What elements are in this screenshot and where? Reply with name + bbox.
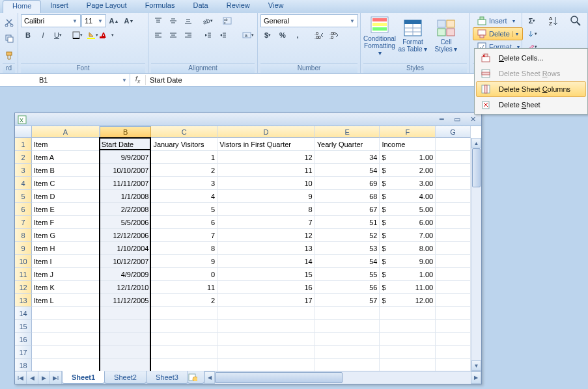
increase-indent-icon[interactable] bbox=[216, 29, 230, 42]
bold-button[interactable]: B bbox=[21, 29, 35, 42]
data-cell[interactable]: 17 bbox=[217, 294, 315, 307]
row-header-9[interactable]: 9 bbox=[15, 242, 32, 255]
data-cell[interactable] bbox=[380, 307, 436, 320]
data-cell[interactable]: Item F bbox=[32, 216, 100, 229]
data-cell[interactable] bbox=[32, 307, 100, 320]
data-cell[interactable] bbox=[436, 151, 471, 164]
data-cell[interactable]: 1/10/2004 bbox=[100, 242, 152, 255]
data-cell[interactable]: 54 bbox=[315, 255, 380, 268]
data-cell[interactable]: $12.00 bbox=[380, 294, 436, 307]
font-color-button[interactable]: A▾ bbox=[100, 29, 115, 42]
data-cell[interactable] bbox=[436, 255, 471, 268]
data-cell[interactable]: 9/9/2007 bbox=[100, 151, 152, 164]
header-cell[interactable]: Item bbox=[32, 138, 100, 151]
data-cell[interactable]: $7.00 bbox=[380, 229, 436, 242]
last-sheet-button[interactable]: ▶I bbox=[50, 371, 62, 384]
column-header-E[interactable]: E bbox=[315, 126, 380, 138]
ribbon-tab-data[interactable]: Data bbox=[184, 0, 217, 13]
data-cell[interactable]: 10/10/2007 bbox=[100, 164, 152, 177]
data-cell[interactable]: 57 bbox=[315, 294, 380, 307]
row-header-11[interactable]: 11 bbox=[15, 268, 32, 281]
find-select-icon[interactable] bbox=[566, 14, 585, 27]
data-cell[interactable] bbox=[380, 359, 436, 371]
data-cell[interactable]: $1.00 bbox=[380, 268, 436, 281]
data-cell[interactable]: 54 bbox=[315, 164, 380, 177]
column-header-G[interactable]: G bbox=[436, 126, 471, 138]
ribbon-tab-home[interactable]: Home bbox=[3, 0, 41, 13]
row-header-14[interactable]: 14 bbox=[15, 307, 32, 320]
delete-cells-button[interactable]: Delete▾ bbox=[473, 27, 523, 40]
vscroll-thumb[interactable] bbox=[472, 148, 481, 187]
data-cell[interactable] bbox=[217, 359, 315, 371]
vertical-scrollbar[interactable]: ▲ ▼ bbox=[471, 138, 481, 371]
fill-icon[interactable]: ▾ bbox=[525, 27, 539, 40]
data-cell[interactable]: 2 bbox=[151, 164, 217, 177]
data-cell[interactable] bbox=[151, 359, 217, 371]
data-cell[interactable]: Item J bbox=[32, 268, 100, 281]
increase-decimal-icon[interactable]: .0.00 bbox=[313, 29, 327, 42]
data-cell[interactable]: 2/2/2008 bbox=[100, 203, 152, 216]
font-name-select[interactable]: Calibri▼ bbox=[21, 14, 81, 27]
align-top-icon[interactable] bbox=[151, 14, 165, 27]
column-header-A[interactable]: A bbox=[32, 126, 100, 138]
row-header-7[interactable]: 7 bbox=[15, 216, 32, 229]
header-cell[interactable] bbox=[436, 138, 471, 151]
cut-icon[interactable] bbox=[2, 16, 16, 29]
align-bottom-icon[interactable] bbox=[181, 14, 195, 27]
data-cell[interactable] bbox=[380, 333, 436, 346]
row-header-13[interactable]: 13 bbox=[15, 294, 32, 307]
data-cell[interactable]: 10/12/2007 bbox=[100, 255, 152, 268]
data-cell[interactable]: 34 bbox=[315, 151, 380, 164]
sheet-tab-sheet1[interactable]: Sheet1 bbox=[62, 371, 105, 384]
data-cell[interactable] bbox=[100, 320, 152, 333]
data-cell[interactable]: 69 bbox=[315, 177, 380, 190]
percent-format-icon[interactable]: % bbox=[275, 29, 290, 42]
close-button[interactable]: ✕ bbox=[467, 115, 479, 124]
data-cell[interactable]: 8 bbox=[217, 203, 315, 216]
data-cell[interactable]: Item H bbox=[32, 242, 100, 255]
data-cell[interactable] bbox=[32, 359, 100, 371]
data-cell[interactable]: $5.00 bbox=[380, 203, 436, 216]
row-header-4[interactable]: 4 bbox=[15, 177, 32, 190]
data-cell[interactable]: 6 bbox=[151, 216, 217, 229]
data-cell[interactable] bbox=[436, 294, 471, 307]
sort-filter-icon[interactable]: AZ bbox=[546, 14, 565, 27]
header-cell[interactable]: Start Date bbox=[100, 138, 152, 151]
select-all-corner[interactable] bbox=[15, 126, 32, 138]
row-header-12[interactable]: 12 bbox=[15, 281, 32, 294]
data-cell[interactable] bbox=[436, 164, 471, 177]
data-cell[interactable]: 11 bbox=[217, 164, 315, 177]
data-cell[interactable] bbox=[217, 320, 315, 333]
number-format-select[interactable]: General▼ bbox=[260, 14, 358, 27]
data-cell[interactable]: $4.00 bbox=[380, 190, 436, 203]
row-header-17[interactable]: 17 bbox=[15, 346, 32, 359]
row-header-18[interactable]: 18 bbox=[15, 359, 32, 371]
data-cell[interactable] bbox=[315, 307, 380, 320]
data-cell[interactable] bbox=[436, 346, 471, 359]
insert-cells-button[interactable]: Insert▾ bbox=[473, 14, 520, 27]
data-cell[interactable]: 15 bbox=[217, 268, 315, 281]
data-cell[interactable]: 0 bbox=[151, 268, 217, 281]
data-cell[interactable] bbox=[100, 333, 152, 346]
first-sheet-button[interactable]: I◀ bbox=[15, 371, 27, 384]
data-cell[interactable]: 7 bbox=[217, 216, 315, 229]
data-cell[interactable] bbox=[217, 333, 315, 346]
ribbon-tab-page-layout[interactable]: Page Layout bbox=[77, 0, 136, 13]
header-cell[interactable]: Vistors in First Quarter bbox=[217, 138, 315, 151]
scroll-left-button[interactable]: ◀ bbox=[204, 371, 215, 384]
data-cell[interactable]: 4 bbox=[151, 190, 217, 203]
next-sheet-button[interactable]: ▶ bbox=[38, 371, 50, 384]
menu-item-delete-cells[interactable]: Delete Cells... bbox=[476, 50, 586, 66]
data-cell[interactable]: Item B bbox=[32, 164, 100, 177]
data-cell[interactable]: 16 bbox=[217, 281, 315, 294]
header-cell[interactable]: Yearly Quarter bbox=[315, 138, 380, 151]
orientation-icon[interactable]: ab▾ bbox=[201, 14, 215, 27]
data-cell[interactable]: 53 bbox=[315, 242, 380, 255]
data-cell[interactable] bbox=[436, 268, 471, 281]
data-cell[interactable] bbox=[315, 320, 380, 333]
data-cell[interactable]: 3 bbox=[151, 177, 217, 190]
align-middle-icon[interactable] bbox=[166, 14, 180, 27]
data-cell[interactable] bbox=[315, 333, 380, 346]
data-cell[interactable]: Item I bbox=[32, 255, 100, 268]
row-header-1[interactable]: 1 bbox=[15, 138, 32, 151]
